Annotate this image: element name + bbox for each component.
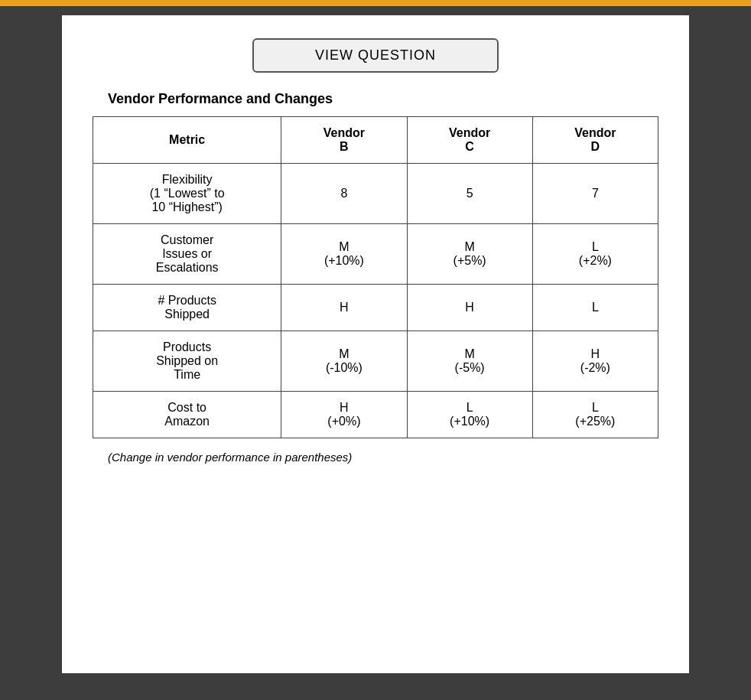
- view-question-button[interactable]: VIEW QUESTION: [252, 38, 499, 73]
- cell-ontime-b: M(-10%): [281, 331, 407, 392]
- table-footnote: (Change in vendor performance in parenth…: [108, 451, 352, 464]
- table-row: # ProductsShipped H H L: [93, 285, 658, 331]
- cell-cost-b: H(+0%): [281, 392, 407, 438]
- cell-cost-c: L(+10%): [407, 392, 532, 438]
- vendor-table: Metric VendorB VendorC VendorD Flexibili…: [93, 116, 658, 438]
- table-title: Vendor Performance and Changes: [108, 91, 333, 107]
- col-header-metric: Metric: [93, 117, 281, 164]
- col-header-vendor-c: VendorC: [407, 117, 532, 164]
- col-header-vendor-b: VendorB: [281, 117, 407, 164]
- cell-cost-d: L(+25%): [532, 392, 658, 438]
- cell-issues-c: M(+5%): [407, 224, 532, 285]
- metric-products-shipped: # ProductsShipped: [93, 285, 281, 331]
- col-header-vendor-d: VendorD: [532, 117, 658, 164]
- metric-customer-issues: CustomerIssues orEscalations: [93, 224, 281, 285]
- table-row: ProductsShipped onTime M(-10%) M(-5%) H(…: [93, 331, 658, 392]
- cell-flexibility-d: 7: [532, 164, 658, 224]
- metric-products-shipped-on-time: ProductsShipped onTime: [93, 331, 281, 392]
- cell-issues-b: M(+10%): [281, 224, 407, 285]
- cell-shipped-d: L: [532, 285, 658, 331]
- table-row: Cost toAmazon H(+0%) L(+10%) L(+25%): [93, 392, 658, 438]
- top-bar: [0, 0, 751, 6]
- metric-cost-to-amazon: Cost toAmazon: [93, 392, 281, 438]
- cell-flexibility-b: 8: [281, 164, 407, 224]
- cell-flexibility-c: 5: [407, 164, 532, 224]
- cell-issues-d: L(+2%): [532, 224, 658, 285]
- page-container: VIEW QUESTION Vendor Performance and Cha…: [62, 15, 689, 673]
- cell-shipped-b: H: [281, 285, 407, 331]
- table-row: Flexibility(1 “Lowest” to10 “Highest”) 8…: [93, 164, 658, 224]
- metric-flexibility: Flexibility(1 “Lowest” to10 “Highest”): [93, 164, 281, 224]
- table-row: CustomerIssues orEscalations M(+10%) M(+…: [93, 224, 658, 285]
- cell-ontime-d: H(-2%): [532, 331, 658, 392]
- cell-shipped-c: H: [407, 285, 532, 331]
- cell-ontime-c: M(-5%): [407, 331, 532, 392]
